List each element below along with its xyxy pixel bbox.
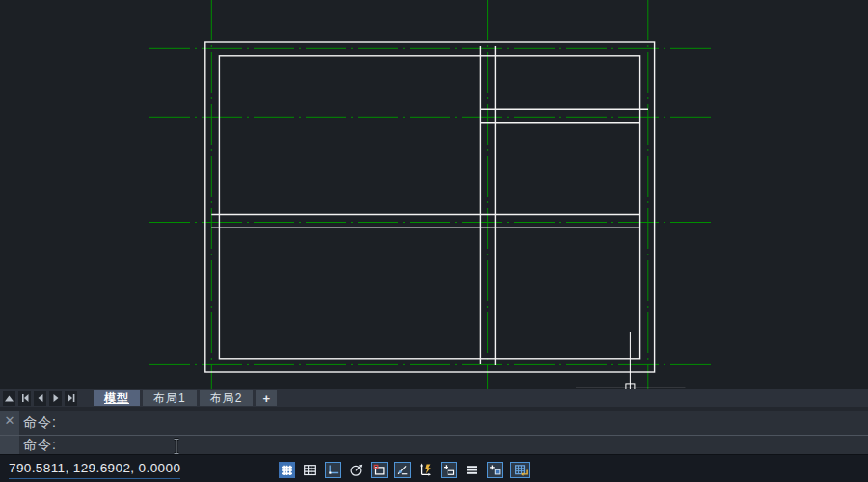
tab-menu-button[interactable] — [3, 391, 15, 406]
dynamic-input-icon[interactable] — [418, 462, 434, 478]
grid-display-icon[interactable] — [302, 462, 318, 478]
coordinates-readout[interactable]: 790.5811, 129.6902, 0.0000 — [9, 461, 180, 479]
first-tab-button[interactable] — [18, 391, 31, 406]
next-tab-button[interactable] — [49, 391, 62, 406]
next-icon — [51, 393, 61, 403]
ortho-mode-icon[interactable] — [325, 462, 341, 478]
first-icon — [20, 393, 30, 403]
drawing-canvas[interactable] — [0, 0, 868, 392]
polar-tracking-icon[interactable] — [348, 462, 365, 478]
last-tab-button[interactable] — [65, 391, 77, 406]
tab-model[interactable]: 模型 — [94, 390, 140, 406]
status-bar: 790.5811, 129.6902, 0.0000 — [0, 454, 868, 482]
command-history-row: 命令: — [0, 411, 868, 435]
layout-tabbar: 模型 布局1 布局2 + — [0, 389, 868, 407]
wall-rectangle — [205, 42, 655, 372]
command-prompt-input: 命令: — [23, 437, 57, 454]
quick-properties-icon[interactable] — [441, 462, 457, 478]
drawing-viewport[interactable] — [0, 0, 868, 389]
status-toggles — [279, 462, 530, 478]
last-icon — [67, 393, 76, 403]
wall-rectangle — [219, 56, 639, 359]
cad-application-window: 模型 布局1 布局2 + ✕ 命令: 命令: 790.5811, 129.690… — [0, 0, 868, 482]
annotation-scale-icon[interactable] — [510, 462, 530, 478]
tab-layout1[interactable]: 布局1 — [143, 390, 197, 406]
snap-mode-icon[interactable] — [279, 462, 295, 478]
previous-icon — [36, 393, 45, 403]
tab-layout2[interactable]: 布局2 — [200, 390, 254, 406]
selection-cycling-icon[interactable] — [487, 462, 503, 478]
command-prompt-history: 命令: — [23, 415, 57, 432]
object-snap-tracking-icon[interactable] — [394, 462, 411, 478]
object-snap-icon[interactable] — [371, 462, 388, 478]
command-input-row[interactable]: 命令: — [0, 436, 868, 454]
triangle-up-icon — [4, 394, 14, 403]
command-panel: ✕ 命令: 命令: — [0, 407, 868, 454]
previous-tab-button[interactable] — [34, 391, 46, 406]
layout-tabs: 模型 布局1 布局2 + — [94, 389, 277, 407]
add-layout-button[interactable]: + — [256, 390, 277, 406]
lineweight-icon[interactable] — [464, 462, 480, 478]
